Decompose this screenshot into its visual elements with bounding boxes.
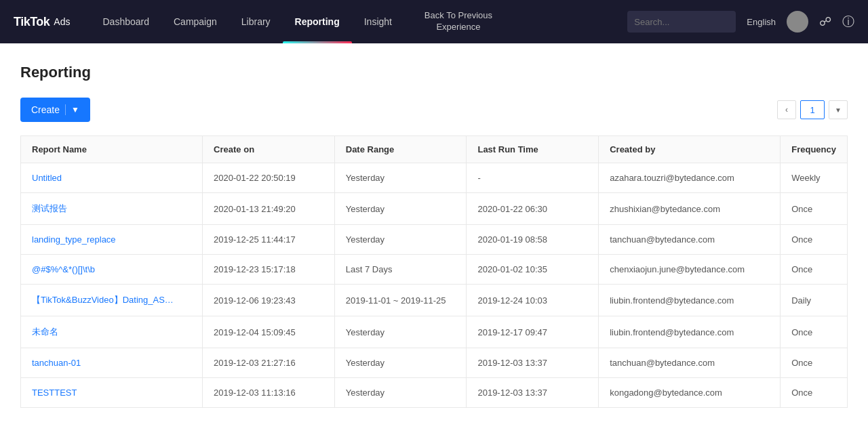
cell-run: 2019-12-03 13:37 <box>467 348 599 378</box>
nav-right: English ☍ ⓘ <box>627 11 854 33</box>
col-header-name: Report Name <box>21 136 203 163</box>
cell-frequency: Once <box>781 255 848 285</box>
logo-tiktok: TikTok <box>14 15 50 29</box>
logo-ads: Ads <box>54 16 70 27</box>
cell-created-by: liubin.frontend@bytedance.com <box>599 285 781 316</box>
toolbar: Create ▼ ‹ 1 ▼ <box>20 98 848 122</box>
page-title: Reporting <box>20 64 848 81</box>
report-link[interactable]: 测试报告 <box>32 203 181 215</box>
table-row: landing_type_replace 2019-12-25 11:44:17… <box>21 225 848 255</box>
cell-name: landing_type_replace <box>21 225 203 255</box>
table-row: TESTTEST 2019-12-03 11:13:16 Yesterday 2… <box>21 378 848 408</box>
report-link[interactable]: @#$%^&*()[]\t\b <box>32 264 181 274</box>
cell-name: 【TikTok&BuzzVideo】Dating_ASレポ... <box>21 285 203 316</box>
nav-item-dashboard[interactable]: Dashboard <box>90 0 161 43</box>
cell-frequency: Daily <box>781 285 848 316</box>
language-selector[interactable]: English <box>747 17 776 27</box>
table-row: @#$%^&*()[]\t\b 2019-12-23 15:17:18 Last… <box>21 255 848 285</box>
report-link[interactable]: tanchuan-01 <box>32 358 181 368</box>
cell-frequency: Weekly <box>781 163 848 193</box>
report-link[interactable]: 未命名 <box>32 326 181 338</box>
cell-create: 2019-12-25 11:44:17 <box>203 225 335 255</box>
table-row: Untitled 2020-01-22 20:50:19 Yesterday -… <box>21 163 848 193</box>
nav-item-reporting[interactable]: Reporting <box>283 0 352 43</box>
cell-run: - <box>467 163 599 193</box>
cell-frequency: Once <box>781 378 848 408</box>
cell-name: 测试报告 <box>21 193 203 225</box>
cell-created-by: zhushixian@bytedance.com <box>599 193 781 225</box>
report-link[interactable]: landing_type_replace <box>32 234 181 245</box>
cell-create: 2019-12-03 11:13:16 <box>203 378 335 408</box>
cell-date: 2019-11-01 ~ 2019-11-25 <box>334 285 467 316</box>
cell-frequency: Once <box>781 316 848 348</box>
cell-create: 2019-12-04 15:09:45 <box>203 316 335 348</box>
table-body: Untitled 2020-01-22 20:50:19 Yesterday -… <box>21 163 848 408</box>
cell-date: Yesterday <box>334 378 467 408</box>
cell-run: 2019-12-24 10:03 <box>467 285 599 316</box>
nav-links: Dashboard Campaign Library Reporting Ins… <box>90 0 627 43</box>
prev-page-button[interactable]: ‹ <box>777 100 796 119</box>
cell-name: Untitled <box>21 163 203 193</box>
cell-name: 未命名 <box>21 316 203 348</box>
cell-created-by: tanchuan@bytedance.com <box>599 348 781 378</box>
cell-date: Yesterday <box>334 163 467 193</box>
create-button[interactable]: Create ▼ <box>20 98 90 122</box>
cell-run: 2020-01-22 06:30 <box>467 193 599 225</box>
cell-created-by: kongadong@bytedance.com <box>599 378 781 408</box>
main-content: Reporting Create ▼ ‹ 1 ▼ Report Name Cre… <box>0 43 868 437</box>
cell-created-by: chenxiaojun.june@bytedance.com <box>599 255 781 285</box>
cell-run: 2019-12-17 09:47 <box>467 316 599 348</box>
cell-frequency: Once <box>781 193 848 225</box>
notification-icon[interactable]: ☍ <box>819 14 831 29</box>
cell-date: Yesterday <box>334 193 467 225</box>
cell-create: 2020-01-22 20:50:19 <box>203 163 335 193</box>
page-dropdown[interactable]: ▼ <box>829 100 848 119</box>
help-icon[interactable]: ⓘ <box>842 14 854 30</box>
table-row: tanchuan-01 2019-12-03 21:27:16 Yesterda… <box>21 348 848 378</box>
col-header-date: Date Range <box>334 136 467 163</box>
nav-back-button[interactable]: Back To Previous Experience <box>404 0 513 43</box>
cell-date: Yesterday <box>334 348 467 378</box>
cell-created-by: liubin.frontend@bytedance.com <box>599 316 781 348</box>
logo[interactable]: TikTok Ads <box>14 15 70 29</box>
cell-created-by: tanchuan@bytedance.com <box>599 225 781 255</box>
nav-item-campaign[interactable]: Campaign <box>161 0 229 43</box>
cell-run: 2019-12-03 13:37 <box>467 378 599 408</box>
cell-name: tanchuan-01 <box>21 348 203 378</box>
cell-run: 2020-01-19 08:58 <box>467 225 599 255</box>
cell-run: 2020-01-02 10:35 <box>467 255 599 285</box>
search-input[interactable] <box>627 11 736 33</box>
cell-date: Yesterday <box>334 316 467 348</box>
avatar[interactable] <box>787 11 808 33</box>
report-link[interactable]: Untitled <box>32 173 181 183</box>
col-header-freq: Frequency <box>781 136 848 163</box>
cell-name: TESTTEST <box>21 378 203 408</box>
cell-frequency: Once <box>781 225 848 255</box>
report-link[interactable]: 【TikTok&BuzzVideo】Dating_ASレポ... <box>32 294 181 306</box>
pagination: ‹ 1 ▼ <box>777 100 848 119</box>
table-row: 测试报告 2020-01-13 21:49:20 Yesterday 2020-… <box>21 193 848 225</box>
cell-name: @#$%^&*()[]\t\b <box>21 255 203 285</box>
page-number: 1 <box>800 100 825 119</box>
cell-create: 2019-12-03 21:27:16 <box>203 348 335 378</box>
cell-created-by: azahara.touzri@bytedance.com <box>599 163 781 193</box>
table-header: Report Name Create on Date Range Last Ru… <box>21 136 848 163</box>
navbar: TikTok Ads Dashboard Campaign Library Re… <box>0 0 868 43</box>
cell-create: 2020-01-13 21:49:20 <box>203 193 335 225</box>
cell-date: Yesterday <box>334 225 467 255</box>
col-header-created: Created by <box>599 136 781 163</box>
create-label: Create <box>31 104 60 115</box>
cell-create: 2019-12-23 15:17:18 <box>203 255 335 285</box>
nav-item-insight[interactable]: Insight <box>352 0 404 43</box>
create-dropdown-arrow[interactable]: ▼ <box>65 104 79 115</box>
report-table: Report Name Create on Date Range Last Ru… <box>20 136 848 408</box>
col-header-run: Last Run Time <box>467 136 599 163</box>
col-header-create: Create on <box>203 136 335 163</box>
nav-item-library[interactable]: Library <box>229 0 283 43</box>
table-row: 【TikTok&BuzzVideo】Dating_ASレポ... 2019-12… <box>21 285 848 316</box>
cell-date: Last 7 Days <box>334 255 467 285</box>
cell-create: 2019-12-06 19:23:43 <box>203 285 335 316</box>
cell-frequency: Once <box>781 348 848 378</box>
table-row: 未命名 2019-12-04 15:09:45 Yesterday 2019-1… <box>21 316 848 348</box>
report-link[interactable]: TESTTEST <box>32 388 181 398</box>
